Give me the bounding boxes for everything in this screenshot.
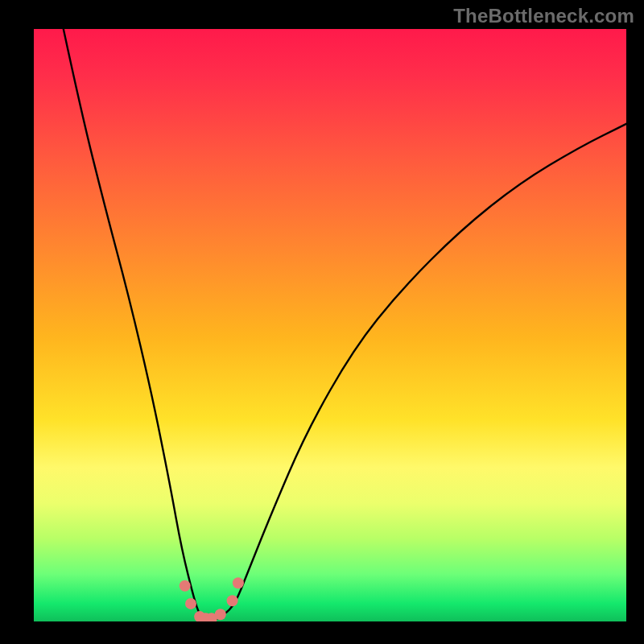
curve-marker bbox=[185, 598, 196, 609]
bottleneck-curve bbox=[34, 29, 626, 621]
curve-marker bbox=[215, 609, 226, 620]
watermark-text: TheBottleneck.com bbox=[453, 5, 634, 27]
curve-marker bbox=[227, 595, 238, 606]
chart-frame: TheBottleneck.com bbox=[0, 0, 644, 644]
curve-marker bbox=[180, 580, 191, 592]
plot-area bbox=[34, 29, 626, 621]
curve-marker bbox=[233, 577, 244, 588]
